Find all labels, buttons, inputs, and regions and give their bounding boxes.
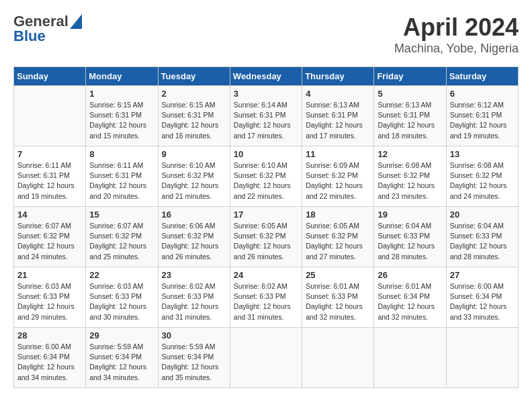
calendar-cell xyxy=(14,86,86,146)
day-info: Sunrise: 5:59 AM Sunset: 6:34 PM Dayligh… xyxy=(89,342,154,383)
calendar-week-row: 28Sunrise: 6:00 AM Sunset: 6:34 PM Dayli… xyxy=(14,328,519,388)
weekday-header: Monday xyxy=(86,67,158,86)
calendar-cell: 1Sunrise: 6:15 AM Sunset: 6:31 PM Daylig… xyxy=(86,86,158,146)
page-header: General Blue April 2024 Machina, Yobe, N… xyxy=(13,13,519,56)
day-info: Sunrise: 6:13 AM Sunset: 6:31 PM Dayligh… xyxy=(378,100,442,141)
day-info: Sunrise: 6:10 AM Sunset: 6:32 PM Dayligh… xyxy=(234,161,298,201)
weekday-header: Friday xyxy=(374,67,446,86)
day-number: 4 xyxy=(306,89,370,99)
calendar-week-row: 1Sunrise: 6:15 AM Sunset: 6:31 PM Daylig… xyxy=(14,86,519,146)
calendar-cell: 9Sunrise: 6:10 AM Sunset: 6:32 PM Daylig… xyxy=(158,146,230,207)
calendar-cell xyxy=(446,328,518,388)
day-info: Sunrise: 6:08 AM Sunset: 6:32 PM Dayligh… xyxy=(450,161,515,201)
location-title: Machina, Yobe, Nigeria xyxy=(394,42,519,56)
day-info: Sunrise: 6:12 AM Sunset: 6:31 PM Dayligh… xyxy=(450,100,515,141)
calendar-cell: 3Sunrise: 6:14 AM Sunset: 6:31 PM Daylig… xyxy=(230,86,302,146)
day-info: Sunrise: 6:00 AM Sunset: 6:34 PM Dayligh… xyxy=(17,342,82,383)
day-info: Sunrise: 6:03 AM Sunset: 6:33 PM Dayligh… xyxy=(17,281,82,322)
calendar-cell: 18Sunrise: 6:05 AM Sunset: 6:32 PM Dayli… xyxy=(302,207,374,267)
day-number: 12 xyxy=(378,149,442,159)
day-number: 3 xyxy=(234,89,298,99)
logo-triangle-icon xyxy=(70,14,82,29)
calendar-cell: 23Sunrise: 6:02 AM Sunset: 6:33 PM Dayli… xyxy=(158,267,230,328)
calendar-cell: 11Sunrise: 6:09 AM Sunset: 6:32 PM Dayli… xyxy=(302,146,374,207)
title-block: April 2024 Machina, Yobe, Nigeria xyxy=(394,13,519,56)
day-info: Sunrise: 6:14 AM Sunset: 6:31 PM Dayligh… xyxy=(234,100,298,141)
day-number: 9 xyxy=(162,149,226,159)
day-info: Sunrise: 6:10 AM Sunset: 6:32 PM Dayligh… xyxy=(162,161,226,201)
day-number: 19 xyxy=(378,210,442,220)
day-info: Sunrise: 5:59 AM Sunset: 6:34 PM Dayligh… xyxy=(162,342,226,383)
calendar-cell: 7Sunrise: 6:11 AM Sunset: 6:31 PM Daylig… xyxy=(14,146,86,207)
day-info: Sunrise: 6:09 AM Sunset: 6:32 PM Dayligh… xyxy=(306,161,370,201)
calendar-cell: 12Sunrise: 6:08 AM Sunset: 6:32 PM Dayli… xyxy=(374,146,446,207)
calendar-cell: 20Sunrise: 6:04 AM Sunset: 6:33 PM Dayli… xyxy=(446,207,518,267)
calendar-body: 1Sunrise: 6:15 AM Sunset: 6:31 PM Daylig… xyxy=(14,86,519,388)
day-number: 20 xyxy=(450,210,515,220)
calendar-cell: 22Sunrise: 6:03 AM Sunset: 6:33 PM Dayli… xyxy=(86,267,158,328)
calendar-cell: 4Sunrise: 6:13 AM Sunset: 6:31 PM Daylig… xyxy=(302,86,374,146)
calendar-cell: 16Sunrise: 6:06 AM Sunset: 6:32 PM Dayli… xyxy=(158,207,230,267)
calendar-cell: 29Sunrise: 5:59 AM Sunset: 6:34 PM Dayli… xyxy=(86,328,158,388)
calendar-cell: 27Sunrise: 6:00 AM Sunset: 6:34 PM Dayli… xyxy=(446,267,518,328)
calendar-week-row: 14Sunrise: 6:07 AM Sunset: 6:32 PM Dayli… xyxy=(14,207,519,267)
day-info: Sunrise: 6:11 AM Sunset: 6:31 PM Dayligh… xyxy=(17,161,82,201)
day-info: Sunrise: 6:07 AM Sunset: 6:32 PM Dayligh… xyxy=(17,221,82,262)
day-number: 5 xyxy=(378,89,442,99)
calendar-cell: 30Sunrise: 5:59 AM Sunset: 6:34 PM Dayli… xyxy=(158,328,230,388)
day-number: 26 xyxy=(378,270,442,280)
calendar-cell: 15Sunrise: 6:07 AM Sunset: 6:32 PM Dayli… xyxy=(86,207,158,267)
weekday-header: Tuesday xyxy=(158,67,230,86)
day-number: 17 xyxy=(234,210,298,220)
calendar-cell: 5Sunrise: 6:13 AM Sunset: 6:31 PM Daylig… xyxy=(374,86,446,146)
day-number: 8 xyxy=(89,149,154,159)
day-number: 30 xyxy=(162,330,226,340)
logo-blue: Blue xyxy=(13,28,46,44)
day-info: Sunrise: 6:02 AM Sunset: 6:33 PM Dayligh… xyxy=(234,281,298,322)
day-info: Sunrise: 6:05 AM Sunset: 6:32 PM Dayligh… xyxy=(234,221,298,262)
day-number: 10 xyxy=(234,149,298,159)
calendar-cell: 26Sunrise: 6:01 AM Sunset: 6:34 PM Dayli… xyxy=(374,267,446,328)
calendar-table: SundayMondayTuesdayWednesdayThursdayFrid… xyxy=(13,66,519,388)
weekday-header: Saturday xyxy=(446,67,518,86)
day-info: Sunrise: 6:05 AM Sunset: 6:32 PM Dayligh… xyxy=(306,221,370,262)
weekday-header: Wednesday xyxy=(230,67,302,86)
calendar-week-row: 21Sunrise: 6:03 AM Sunset: 6:33 PM Dayli… xyxy=(14,267,519,328)
day-number: 22 xyxy=(89,270,154,280)
day-number: 16 xyxy=(162,210,226,220)
day-number: 2 xyxy=(162,89,226,99)
day-number: 21 xyxy=(17,270,82,280)
calendar-cell: 21Sunrise: 6:03 AM Sunset: 6:33 PM Dayli… xyxy=(14,267,86,328)
day-info: Sunrise: 6:08 AM Sunset: 6:32 PM Dayligh… xyxy=(378,161,442,201)
day-info: Sunrise: 6:11 AM Sunset: 6:31 PM Dayligh… xyxy=(89,161,154,201)
weekday-header: Thursday xyxy=(302,67,374,86)
calendar-cell: 19Sunrise: 6:04 AM Sunset: 6:33 PM Dayli… xyxy=(374,207,446,267)
calendar-cell: 14Sunrise: 6:07 AM Sunset: 6:32 PM Dayli… xyxy=(14,207,86,267)
calendar-header: SundayMondayTuesdayWednesdayThursdayFrid… xyxy=(14,67,519,86)
logo: General Blue xyxy=(13,13,82,44)
weekday-header: Sunday xyxy=(14,67,86,86)
day-number: 28 xyxy=(17,330,82,340)
calendar-cell: 25Sunrise: 6:01 AM Sunset: 6:33 PM Dayli… xyxy=(302,267,374,328)
day-number: 27 xyxy=(450,270,515,280)
calendar-cell: 10Sunrise: 6:10 AM Sunset: 6:32 PM Dayli… xyxy=(230,146,302,207)
day-number: 24 xyxy=(234,270,298,280)
calendar-cell: 2Sunrise: 6:15 AM Sunset: 6:31 PM Daylig… xyxy=(158,86,230,146)
calendar-cell xyxy=(374,328,446,388)
day-info: Sunrise: 6:15 AM Sunset: 6:31 PM Dayligh… xyxy=(162,100,226,141)
day-info: Sunrise: 6:00 AM Sunset: 6:34 PM Dayligh… xyxy=(450,281,515,322)
day-number: 15 xyxy=(89,210,154,220)
day-number: 6 xyxy=(450,89,515,99)
calendar-cell: 8Sunrise: 6:11 AM Sunset: 6:31 PM Daylig… xyxy=(86,146,158,207)
day-number: 23 xyxy=(162,270,226,280)
month-title: April 2024 xyxy=(394,13,519,42)
day-info: Sunrise: 6:02 AM Sunset: 6:33 PM Dayligh… xyxy=(162,281,226,322)
day-number: 18 xyxy=(306,210,370,220)
day-info: Sunrise: 6:01 AM Sunset: 6:33 PM Dayligh… xyxy=(306,281,370,322)
calendar-cell xyxy=(230,328,302,388)
day-info: Sunrise: 6:03 AM Sunset: 6:33 PM Dayligh… xyxy=(89,281,154,322)
calendar-week-row: 7Sunrise: 6:11 AM Sunset: 6:31 PM Daylig… xyxy=(14,146,519,207)
calendar-cell: 17Sunrise: 6:05 AM Sunset: 6:32 PM Dayli… xyxy=(230,207,302,267)
day-info: Sunrise: 6:13 AM Sunset: 6:31 PM Dayligh… xyxy=(306,100,370,141)
day-number: 11 xyxy=(306,149,370,159)
